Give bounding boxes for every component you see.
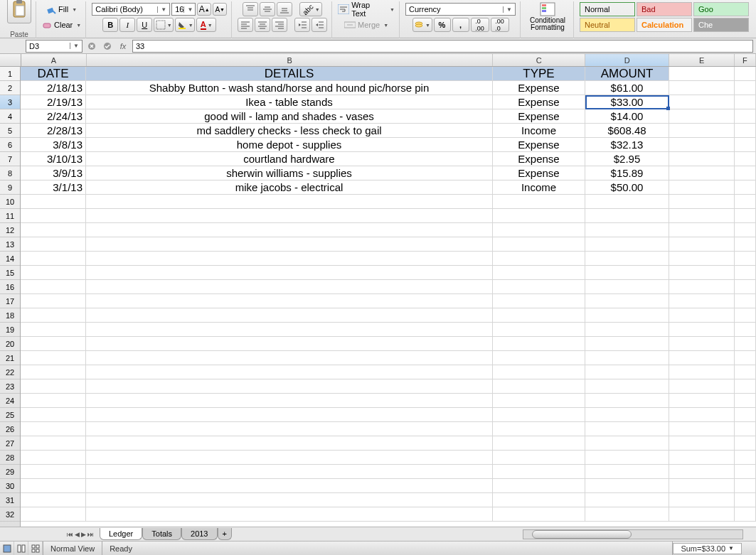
cell[interactable] <box>735 95 756 109</box>
row-header[interactable]: 28 <box>0 451 20 465</box>
cell[interactable] <box>585 365 669 379</box>
cell-date[interactable]: 3/9/13 <box>21 166 86 180</box>
cell[interactable] <box>585 223 669 237</box>
cell[interactable] <box>585 266 669 280</box>
row-header[interactable]: 1 <box>0 67 20 81</box>
cell[interactable] <box>21 209 86 223</box>
cell[interactable] <box>86 323 493 337</box>
cell-details[interactable]: good will - lamp and shades - vases <box>86 109 493 124</box>
decrease-decimal-button[interactable]: .00.0 <box>491 18 509 32</box>
cell[interactable] <box>21 436 86 451</box>
cell[interactable] <box>86 237 493 252</box>
cell[interactable] <box>669 308 735 323</box>
cell[interactable] <box>669 394 735 408</box>
cell[interactable] <box>493 436 585 451</box>
cell[interactable] <box>735 280 756 294</box>
cell-type[interactable]: Expense <box>493 109 585 124</box>
font-name-select[interactable]: Calibri (Body)▼ <box>92 3 170 16</box>
header-type[interactable]: TYPE <box>493 67 585 81</box>
row-header[interactable]: 5 <box>0 124 20 138</box>
cell[interactable] <box>21 237 86 252</box>
align-center-button[interactable] <box>255 18 270 32</box>
cell[interactable] <box>735 294 756 308</box>
style-bad[interactable]: Bad <box>637 2 692 16</box>
cell[interactable] <box>493 465 585 479</box>
cell[interactable] <box>493 479 585 493</box>
fx-button[interactable]: fx <box>117 40 129 53</box>
row-header[interactable]: 20 <box>0 337 20 351</box>
cell[interactable] <box>585 422 669 436</box>
cell[interactable] <box>21 280 86 294</box>
name-box[interactable]: D3▼ <box>26 40 82 53</box>
clear-button[interactable]: Clear▼ <box>42 20 81 30</box>
cell-date[interactable]: 2/24/13 <box>21 109 86 124</box>
cell[interactable] <box>86 280 493 294</box>
italic-button[interactable]: I <box>119 18 135 32</box>
cell[interactable] <box>669 138 735 152</box>
cell[interactable] <box>735 465 756 479</box>
cell[interactable] <box>669 109 735 124</box>
row-header[interactable]: 27 <box>0 436 20 451</box>
row-header[interactable]: 14 <box>0 252 20 266</box>
cell[interactable] <box>21 408 86 422</box>
increase-font-button[interactable]: A▲ <box>197 3 211 16</box>
cell[interactable] <box>86 394 493 408</box>
cell[interactable] <box>735 209 756 223</box>
align-right-button[interactable] <box>272 18 287 32</box>
cell[interactable] <box>735 152 756 166</box>
tab-last-button[interactable]: ⏭ <box>87 531 94 538</box>
select-all-corner[interactable] <box>0 54 21 66</box>
tab-next-button[interactable]: ▶ <box>81 531 86 538</box>
cell-details[interactable]: Shabby Button - wash stand/horse and hou… <box>86 81 493 95</box>
cell[interactable] <box>669 422 735 436</box>
cell-type[interactable]: Income <box>493 180 585 195</box>
cell[interactable] <box>21 323 86 337</box>
cell[interactable] <box>493 493 585 507</box>
cell[interactable] <box>493 294 585 308</box>
cell[interactable] <box>86 379 493 394</box>
cell[interactable] <box>735 323 756 337</box>
cell[interactable] <box>86 209 493 223</box>
style-calculation[interactable]: Calculation <box>637 18 692 32</box>
cell[interactable] <box>669 252 735 266</box>
cell[interactable] <box>585 451 669 465</box>
row-header[interactable]: 2 <box>0 81 20 95</box>
cell[interactable] <box>735 237 756 252</box>
cell[interactable] <box>669 195 735 209</box>
cell[interactable] <box>735 493 756 507</box>
font-size-select[interactable]: 16▼ <box>171 3 196 16</box>
cell-details[interactable]: courtland hardware <box>86 152 493 166</box>
cell[interactable] <box>669 493 735 507</box>
cell[interactable] <box>735 479 756 493</box>
cell[interactable] <box>585 294 669 308</box>
cell[interactable] <box>21 379 86 394</box>
cell[interactable] <box>493 507 585 522</box>
cell[interactable] <box>493 337 585 351</box>
cell[interactable] <box>669 266 735 280</box>
paste-button[interactable] <box>7 0 31 23</box>
cell[interactable] <box>21 308 86 323</box>
cell[interactable] <box>585 507 669 522</box>
increase-decimal-button[interactable]: .0.00 <box>471 18 489 32</box>
cell[interactable] <box>735 195 756 209</box>
cell[interactable] <box>585 209 669 223</box>
row-header[interactable]: 25 <box>0 408 20 422</box>
fill-color-button[interactable]: ▼ <box>175 18 195 32</box>
cell[interactable] <box>669 451 735 465</box>
cell-details[interactable]: md saddlery checks - less check to gail <box>86 124 493 138</box>
cell-amount[interactable]: $32.13 <box>585 138 669 152</box>
cell[interactable] <box>735 422 756 436</box>
cell[interactable] <box>493 394 585 408</box>
cell[interactable] <box>86 493 493 507</box>
cell[interactable] <box>669 323 735 337</box>
header-amount[interactable]: AMOUNT <box>585 67 669 81</box>
row-header[interactable]: 12 <box>0 223 20 237</box>
cell[interactable] <box>735 365 756 379</box>
cell[interactable] <box>21 451 86 465</box>
cell-type[interactable]: Expense <box>493 81 585 95</box>
wrap-text-button[interactable]: Wrap Text▼ <box>338 1 395 18</box>
cell[interactable] <box>585 379 669 394</box>
sheet-tab-2013[interactable]: 2013 <box>181 528 217 540</box>
cell[interactable] <box>493 379 585 394</box>
cell-type[interactable]: Income <box>493 124 585 138</box>
